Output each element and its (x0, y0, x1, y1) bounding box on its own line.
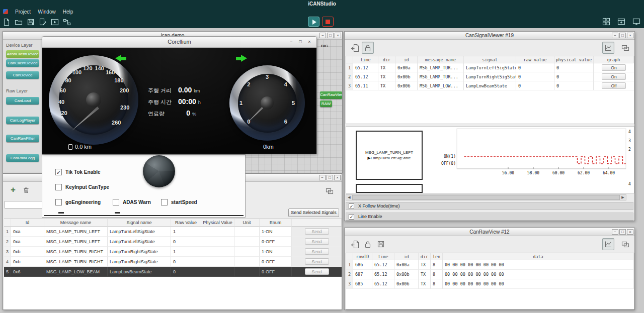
send-row-button[interactable]: Send (305, 258, 329, 265)
table-row[interactable]: 165.12TX0x00aMSG_LAMP_TUR...LampTurnLeft… (346, 63, 634, 72)
export-log-icon[interactable] (349, 238, 361, 250)
save-icon[interactable] (375, 238, 387, 250)
maximize-button[interactable]: □ (619, 229, 626, 235)
screens-icon[interactable] (619, 238, 631, 250)
canvas-node-raw-port[interactable]: RAW (320, 100, 332, 107)
group-label-device-layer: Device Layer (6, 43, 33, 48)
window-can-raw-view: CanRawView #12 − □ × rowIDtimei (344, 228, 635, 310)
send-row-button[interactable]: Send (305, 248, 329, 255)
monitor-icon[interactable] (631, 17, 642, 27)
table-row[interactable]: 40xbMSG_LAMP_TURN_RIGHTLampTurnRightSigS… (4, 257, 342, 267)
palette-item-canrawlogg[interactable]: CanRawLogg (6, 154, 39, 162)
table-row[interactable]: 10xaMSG_LAMP_TURN_LEFTLampTurnLeftSigSta… (4, 227, 342, 237)
scroll-right-button[interactable]: ▶ (620, 195, 626, 200)
table-row[interactable]: 50x6MSG_LAMP_LOW_BEAMLampLowBeamState00-… (4, 267, 342, 277)
slider-handle[interactable] (58, 212, 64, 214)
slider-handle[interactable] (115, 212, 120, 214)
canvas-node-canrawview[interactable]: CanRawView (320, 91, 342, 99)
app-title: iCANStudio (308, 1, 336, 7)
maximize-button[interactable]: □ (296, 39, 304, 44)
send-row-button[interactable]: Send (305, 238, 329, 245)
palette-item-canlogplayer[interactable]: CanLogPlayer (6, 117, 39, 124)
screens-icon[interactable] (619, 42, 631, 54)
new-file-icon[interactable] (1, 17, 12, 27)
rotary-knob[interactable] (143, 155, 175, 187)
palette-item-candevice[interactable]: CanDevice (6, 71, 39, 79)
gauge-tick-label: 0 (247, 119, 250, 125)
maximize-button[interactable]: □ (327, 33, 334, 38)
close-button[interactable]: × (627, 229, 633, 235)
maximize-button[interactable]: □ (327, 175, 333, 180)
palette-item-canrawfilter[interactable]: CanRawFilter (6, 135, 39, 142)
send-row-button[interactable]: Send (305, 268, 329, 275)
close-button[interactable]: × (305, 39, 313, 44)
scroll-left-button[interactable]: ◀ (346, 195, 352, 200)
stop-button[interactable] (322, 17, 334, 27)
menu-project[interactable]: Project (15, 9, 31, 15)
edit-script-icon[interactable] (37, 17, 48, 27)
graph-toggle-button[interactable]: On (602, 64, 626, 71)
checkbox-startspeed[interactable]: ✓ startSpeed (161, 199, 197, 205)
graph-toggle-button[interactable]: On (602, 73, 626, 80)
graph-legend-next[interactable] (356, 184, 423, 193)
graph-mode-icon[interactable] (602, 42, 614, 54)
table-row[interactable]: 265.12TX0x00bMSG_LAMP_TUR...LampTurnRigh… (346, 72, 634, 81)
window-titlebar[interactable]: CanRawView #12 − □ × (345, 228, 634, 236)
close-button[interactable]: × (335, 33, 341, 38)
save-icon[interactable] (25, 17, 36, 27)
graph-mode-icon[interactable] (602, 238, 614, 250)
checkbox-line-enable[interactable]: ✓ Line Enable (346, 213, 633, 221)
gauge-tick-label: 180 (114, 77, 123, 83)
graph-legend[interactable]: MSG_LAMP_TURN_LEFT ▶LampTurnLeftSigState (356, 131, 423, 180)
send-selected-signals-button[interactable]: Send Selected Signals (288, 208, 339, 217)
minimize-button[interactable]: − (287, 39, 295, 44)
minimize-button[interactable]: − (612, 229, 618, 235)
new-window-icon[interactable] (616, 17, 627, 27)
x-axis-tick-label: 64.00 (602, 171, 616, 175)
layout-grid-icon[interactable] (601, 17, 612, 27)
minimize-button[interactable]: − (319, 175, 326, 180)
table-row[interactable]: 268765.120x00bTX800 00 00 00 00 00 00 00 (346, 270, 634, 279)
add-signal-button[interactable]: + (8, 185, 18, 195)
checkbox-x-follow-mode[interactable]: ✓ X Follow Mode(time) (346, 202, 633, 210)
graph-horizontal-scrollbar[interactable]: ◀ ▶ (346, 194, 626, 200)
maximize-button[interactable]: □ (619, 33, 626, 38)
table-row[interactable]: 20xaMSG_LAMP_TURN_LEFTLampTurnLeftSigSta… (4, 237, 342, 247)
palette-item-canclientdevice[interactable]: CanClientDevice (6, 59, 39, 67)
minimize-button[interactable]: − (319, 33, 326, 38)
palette-item-canload[interactable]: CanLoad (6, 97, 39, 105)
run-panel-icon[interactable] (49, 17, 60, 27)
table-row[interactable]: 368565.120x006TX800 00 00 00 00 00 00 00 (346, 279, 634, 289)
menu-help[interactable]: Help (63, 9, 73, 15)
play-button[interactable] (308, 17, 319, 27)
window-titlebar[interactable]: CanSignalViewer #19 − □ × (345, 32, 634, 40)
lock-icon[interactable] (362, 238, 374, 250)
close-button[interactable]: × (334, 175, 341, 180)
send-row-button[interactable]: Send (305, 228, 329, 235)
close-button[interactable]: × (627, 33, 633, 38)
table-row[interactable]: 365.11TX0x006MSG_LAMP_LOW...LampLowBeamS… (346, 81, 634, 90)
scrollbar-thumb[interactable] (352, 195, 620, 200)
minimize-button[interactable]: − (612, 33, 618, 38)
delete-signal-button[interactable] (20, 184, 32, 196)
lock-icon[interactable] (362, 42, 374, 54)
checkbox-keyinput-cantype[interactable]: ✓ KeyInput CanType (55, 184, 109, 190)
checkbox-tik-tok-enable[interactable]: ✓ Tik Tok Enable (55, 169, 101, 175)
legend-message-name: MSG_LAMP_TURN_LEFT (365, 150, 413, 155)
export-log-icon[interactable] (349, 42, 361, 54)
canvas-node-big[interactable]: BIG (321, 44, 328, 48)
checkbox-goengineering[interactable]: ✓ goEngineering (55, 199, 101, 205)
menu-window[interactable]: Window (38, 9, 56, 15)
window-titlebar[interactable]: Corellium − □ × (42, 37, 316, 48)
screens-icon[interactable] (324, 185, 336, 197)
open-project-icon[interactable] (13, 17, 24, 27)
slider-track[interactable] (44, 215, 244, 216)
graph-toggle-button[interactable]: Off (602, 82, 626, 89)
signal-flow-icon[interactable] (61, 17, 72, 27)
x-axis-tick-label: 58.00 (526, 171, 540, 175)
range-value: 0km (263, 144, 274, 150)
checkbox-adas-warn[interactable]: ✓ ADAS Warn (113, 199, 151, 205)
table-row[interactable]: 30xbMSG_LAMP_TURN_RIGHTLampTurnRightSigS… (4, 247, 342, 257)
palette-item-altonclientdevice[interactable]: AltonClientDevice (6, 50, 39, 58)
table-row[interactable]: 168665.120x00aTX800 00 00 00 00 00 00 00 (346, 260, 634, 270)
